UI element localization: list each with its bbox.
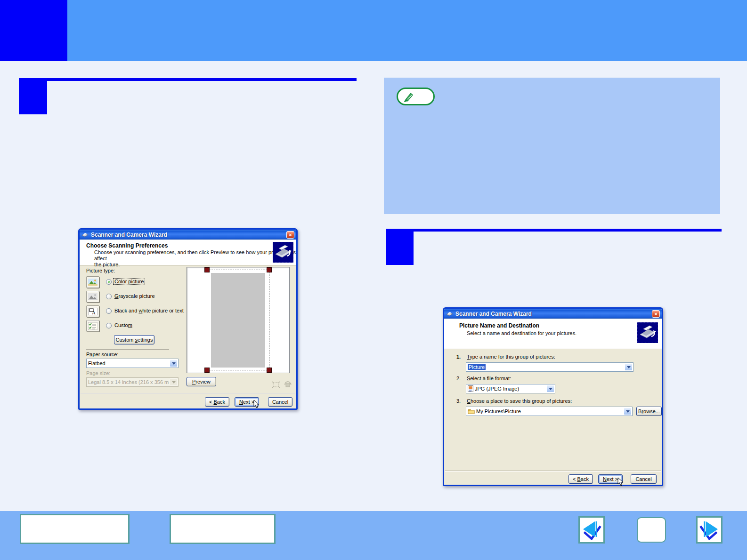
page-header-accent-block: [0, 0, 67, 61]
picture-name-combo[interactable]: Picture: [466, 362, 633, 372]
subheading-line1: Choose your scanning preferences, and th…: [94, 249, 296, 261]
photo-grayscale-icon[interactable]: [86, 291, 99, 303]
pencil-icon: [402, 90, 414, 103]
text-bw-icon[interactable]: A: [86, 305, 99, 317]
save-location-value: My Pictures\Picture: [476, 408, 521, 414]
selection-handle-bottom-right[interactable]: [267, 368, 272, 373]
dropdown-arrow-icon[interactable]: [170, 360, 178, 367]
radio-label-grayscale-picture[interactable]: Grayscale picture: [114, 293, 155, 299]
titlebar[interactable]: Scanner and Camera Wizard ×: [444, 309, 662, 319]
previous-page-button[interactable]: [578, 516, 605, 544]
dialog-choose-scanning-preferences: Scanner and Camera Wizard × Choose Scann…: [78, 228, 298, 410]
selection-handle-top-right[interactable]: [267, 267, 272, 272]
wizard-header: Choose Scanning Preferences Choose your …: [80, 240, 296, 265]
wizard-heading: Choose Scanning Preferences: [86, 242, 168, 249]
rotate-icon: [284, 381, 292, 388]
step-number-block-right: [386, 229, 414, 265]
custom-settings-button[interactable]: Custom settings: [114, 335, 154, 344]
wizard-subheading: Choose your scanning preferences, and th…: [94, 249, 296, 268]
close-icon[interactable]: ×: [652, 310, 660, 318]
scan-page-area: [211, 273, 265, 368]
cancel-button[interactable]: Cancel: [268, 397, 292, 407]
file-format-value: JPG (JPEG Image): [475, 386, 519, 392]
next-page-button[interactable]: [696, 516, 723, 544]
window-scanner-icon: [446, 311, 453, 317]
section-rule-right: [386, 229, 722, 232]
paper-source-label: Paper source:: [86, 352, 119, 357]
step-number-block-left: [19, 78, 47, 114]
file-format-select[interactable]: JPG (JPEG Image): [466, 384, 555, 393]
dropdown-arrow-icon[interactable]: [546, 385, 554, 392]
selection-handle-bottom-left[interactable]: [204, 368, 210, 373]
wizard-header: Picture Name and Destination Select a na…: [444, 319, 662, 349]
section-rule-left: [19, 78, 357, 81]
radio-color-picture[interactable]: [106, 279, 112, 285]
radio-grayscale-picture[interactable]: [106, 294, 112, 299]
radio-black-and-white[interactable]: [106, 308, 112, 314]
preview-button[interactable]: Preview: [187, 377, 216, 386]
radio-label-custom[interactable]: Custom: [114, 322, 132, 328]
note-pill: [397, 88, 435, 105]
back-button[interactable]: < Back: [568, 474, 593, 484]
save-place-label: Choose a place to save this group of pic…: [467, 398, 572, 404]
dialog-picture-name-and-destination: Scanner and Camera Wizard × Picture Name…: [443, 307, 663, 486]
button-separator: [81, 393, 295, 394]
titlebar[interactable]: Scanner and Camera Wizard ×: [80, 230, 296, 240]
subheading-line2: the picture.: [94, 262, 120, 267]
home-button[interactable]: [637, 517, 666, 543]
cancel-button[interactable]: Cancel: [631, 474, 657, 484]
dropdown-arrow-icon: [170, 378, 178, 386]
save-location-combo[interactable]: My Pictures\Picture: [466, 407, 633, 416]
scan-selection[interactable]: [207, 270, 269, 370]
scanner-wizard-icon: [637, 322, 658, 343]
name-group-label: Type a name for this group of pictures:: [467, 354, 555, 360]
file-format-label: Select a file format:: [467, 376, 511, 381]
paper-source-value: Flatbed: [87, 359, 169, 368]
contents-button[interactable]: [20, 514, 130, 544]
step3-number: 3.: [456, 398, 461, 404]
page-footer-bar: [0, 511, 747, 560]
browse-button[interactable]: Browse...: [636, 407, 662, 416]
zoom-selection-icon: [272, 381, 280, 388]
picture-name-value[interactable]: Picture: [466, 363, 624, 371]
paper-source-select[interactable]: Flatbed: [86, 359, 179, 368]
divider: [86, 349, 169, 350]
next-button[interactable]: Next >: [235, 397, 259, 407]
button-separator: [445, 471, 661, 472]
dropdown-arrow-icon[interactable]: [625, 363, 633, 371]
note-box: [384, 78, 720, 214]
page-header-bar: [0, 0, 747, 61]
dialog-title: Scanner and Camera Wizard: [91, 232, 284, 238]
close-icon[interactable]: ×: [286, 231, 294, 239]
radio-label-color-picture[interactable]: Color picture: [114, 279, 145, 284]
page-size-select: Legal 8.5 x 14 inches (216 x 356 mm): [86, 377, 179, 387]
jpg-file-icon: [468, 385, 473, 392]
folder-icon: [468, 408, 475, 414]
step2-number: 2.: [456, 376, 461, 381]
scanner-wizard-icon: [273, 242, 293, 263]
page-size-value: Legal 8.5 x 14 inches (216 x 356 mm): [87, 378, 169, 386]
custom-list-icon[interactable]: [86, 320, 99, 332]
radio-label-black-and-white[interactable]: Black and white picture or text: [114, 308, 184, 313]
photo-color-icon[interactable]: [86, 276, 99, 288]
page-size-label: Page size:: [86, 370, 110, 376]
wizard-heading: Picture Name and Destination: [459, 322, 539, 329]
manual-page: Scanner and Camera Wizard × Choose Scann…: [0, 0, 747, 560]
next-button[interactable]: Next >: [598, 474, 623, 484]
back-button[interactable]: < Back: [205, 397, 229, 407]
nav-next-icon: [699, 520, 720, 540]
svg-text:A: A: [92, 310, 96, 315]
dropdown-arrow-icon[interactable]: [624, 408, 632, 415]
scan-preview-pane[interactable]: [187, 267, 290, 373]
radio-custom[interactable]: [106, 323, 112, 328]
selection-handle-top-left[interactable]: [204, 267, 210, 272]
index-button[interactable]: [170, 514, 276, 544]
nav-back-icon: [581, 520, 602, 540]
window-scanner-icon: [81, 232, 89, 238]
step1-number: 1.: [456, 354, 461, 360]
wizard-subheading: Select a name and destination for your p…: [467, 330, 576, 336]
dialog-title: Scanner and Camera Wizard: [455, 311, 650, 317]
picture-type-label: Picture type:: [86, 268, 115, 273]
